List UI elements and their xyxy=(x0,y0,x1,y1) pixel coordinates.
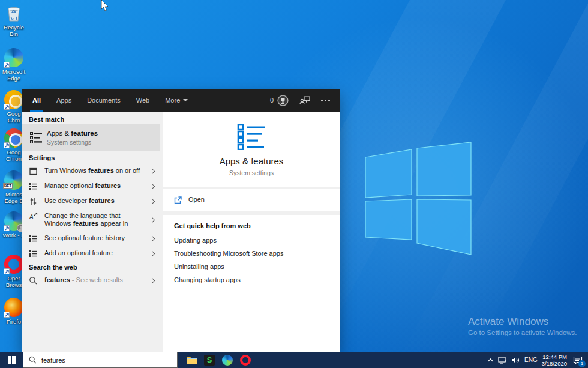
chevron-down-icon xyxy=(183,99,188,101)
detail-subtitle: System settings xyxy=(163,169,340,176)
notification-badge: 1 xyxy=(578,360,586,367)
tab-web[interactable]: Web xyxy=(134,89,152,112)
beta-badge: BET xyxy=(3,183,13,189)
search-tabs-bar: All Apps Documents Web More 0 xyxy=(22,89,340,112)
clock[interactable]: 12:44 PM 3/18/2020 xyxy=(542,354,567,367)
apps-features-icon xyxy=(29,130,43,145)
activate-windows-watermark: Activate Windows Go to Settings to activ… xyxy=(468,316,577,336)
detail-card: Apps & features System settings xyxy=(163,112,340,187)
shortcut-arrow-icon xyxy=(4,312,10,318)
desktop-icon-microsoft-edge[interactable]: Microsoft Edge xyxy=(0,48,28,82)
more-options-icon[interactable] xyxy=(321,100,330,101)
shortcut-arrow-icon xyxy=(4,268,10,274)
firefox-icon xyxy=(4,298,23,317)
result-web-search-features[interactable]: features - See web results xyxy=(22,273,160,288)
start-button[interactable] xyxy=(0,352,23,368)
windows-flag-wallpaper xyxy=(360,135,477,261)
file-explorer-icon xyxy=(186,355,197,365)
edge-icon xyxy=(222,355,233,366)
chevron-right-icon xyxy=(150,169,155,173)
search-results-panel: Best match Apps & features Syste xyxy=(22,112,160,352)
list-icon xyxy=(29,249,38,258)
search-flyout-window: All Apps Documents Web More 0 xyxy=(22,89,340,352)
help-link-uninstalling-apps[interactable]: Uninstalling apps xyxy=(174,263,224,270)
recycle-bin-icon xyxy=(4,4,23,23)
developer-settings-icon xyxy=(29,197,38,206)
windows-features-icon xyxy=(29,167,38,176)
result-manage-optional-features[interactable]: Manage optional features xyxy=(22,179,160,194)
language-indicator[interactable]: ENG xyxy=(524,357,538,363)
best-match-result-apps-and-features[interactable]: Apps & features System settings xyxy=(22,124,160,151)
network-icon[interactable] xyxy=(498,357,507,364)
result-use-developer-features[interactable]: Use developer features xyxy=(22,194,160,209)
volume-icon[interactable] xyxy=(511,357,520,364)
search-icon xyxy=(29,356,37,364)
result-turn-windows-features-on-off[interactable]: Turn Windows features on or off xyxy=(22,164,160,179)
opera-icon xyxy=(240,355,251,366)
open-label: Open xyxy=(188,196,205,203)
edge-icon xyxy=(4,48,23,67)
tab-more[interactable]: More xyxy=(163,89,190,112)
mouse-cursor xyxy=(101,0,109,12)
best-match-subtitle: System settings xyxy=(47,139,91,146)
opera-icon xyxy=(4,255,23,274)
chevron-right-icon xyxy=(150,199,155,204)
quick-help-card: Get quick help from web Updating apps Tr… xyxy=(163,215,340,352)
result-add-optional-feature[interactable]: Add an optional feature xyxy=(22,246,160,261)
help-link-updating-apps[interactable]: Updating apps xyxy=(174,237,217,244)
taskbar-opera[interactable] xyxy=(238,352,253,368)
chevron-right-icon xyxy=(150,278,155,283)
search-web-header: Search the web xyxy=(29,264,77,271)
shortcut-arrow-icon xyxy=(4,225,10,231)
watermark-subtitle: Go to Settings to activate Windows. xyxy=(468,329,577,336)
taskbar-file-explorer[interactable] xyxy=(184,352,199,368)
detail-title: Apps & features xyxy=(163,156,340,166)
result-change-language[interactable]: A Change the language that Windows featu… xyxy=(22,209,160,231)
chevron-right-icon xyxy=(150,236,155,241)
open-action-row[interactable]: Open xyxy=(163,189,340,211)
rewards-count: 0 xyxy=(270,97,274,104)
time: 12:44 PM xyxy=(542,354,567,360)
result-see-optional-feature-history[interactable]: See optional feature history xyxy=(22,231,160,246)
rewards-trophy-icon xyxy=(277,95,289,106)
shortcut-arrow-icon xyxy=(4,62,10,68)
settings-header: Settings xyxy=(29,154,55,161)
shortcut-arrow-icon xyxy=(4,142,10,148)
tab-all[interactable]: All xyxy=(30,89,43,112)
help-link-changing-startup-apps[interactable]: Changing startup apps xyxy=(174,276,241,283)
tab-apps[interactable]: Apps xyxy=(54,89,74,112)
system-tray: ENG 12:44 PM 3/18/2020 1 xyxy=(487,354,588,367)
tab-documents[interactable]: Documents xyxy=(85,89,123,112)
search-icon xyxy=(29,276,38,285)
chevron-right-icon xyxy=(150,251,155,256)
search-input[interactable] xyxy=(41,357,161,364)
watermark-title: Activate Windows xyxy=(468,316,577,328)
taskbar: S ENG 12:44 PM 3/18/2020 xyxy=(0,352,588,368)
feedback-icon[interactable] xyxy=(299,95,310,105)
best-match-title: Apps & features xyxy=(47,130,98,137)
desktop-icon-label: Microsoft Edge xyxy=(0,68,28,82)
taskbar-microsoft-edge[interactable] xyxy=(220,352,235,368)
show-hidden-icons-chevron[interactable] xyxy=(487,358,494,363)
rewards-button[interactable]: 0 xyxy=(270,95,289,106)
chrome-canary-icon xyxy=(4,90,23,109)
shortcut-arrow-icon xyxy=(4,104,10,110)
help-link-troubleshooting-store-apps[interactable]: Troubleshooting Microsoft Store apps xyxy=(174,250,283,257)
taskbar-app-green-s[interactable]: S xyxy=(202,352,217,368)
apps-features-large-icon xyxy=(237,124,266,150)
chevron-right-icon xyxy=(150,217,155,222)
taskbar-search-box[interactable] xyxy=(23,352,178,368)
desktop-icon-recycle-bin[interactable]: Recycle Bin xyxy=(0,4,28,37)
edge-beta-icon: BET xyxy=(4,170,23,190)
edge-work-profile-icon xyxy=(4,211,23,231)
desktop: Recycle Bin Microsoft Edge Goog Chro Goo… xyxy=(0,0,588,368)
date: 3/18/2020 xyxy=(542,360,567,367)
list-icon xyxy=(29,182,38,191)
quick-help-header: Get quick help from web xyxy=(174,222,251,229)
green-s-app-icon: S xyxy=(204,355,215,366)
chevron-right-icon xyxy=(150,184,155,189)
windows-logo-icon xyxy=(8,356,16,364)
desktop-icon-label: Recycle Bin xyxy=(0,24,28,37)
action-center-button[interactable]: 1 xyxy=(571,354,584,367)
open-icon xyxy=(173,196,182,205)
